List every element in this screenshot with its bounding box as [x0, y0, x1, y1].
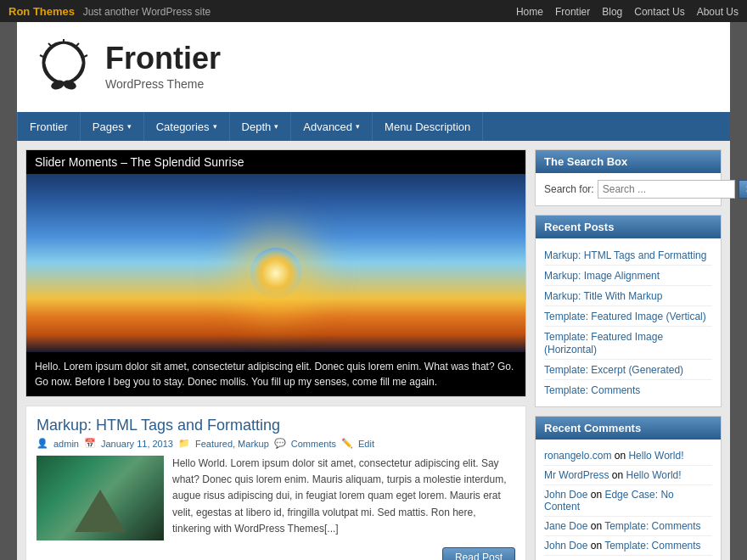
recent-post-link[interactable]: Markup: Image Alignment [544, 270, 660, 282]
list-item: Markup: Image Alignment [544, 266, 712, 286]
comment-post-link[interactable]: Hello World! [628, 450, 683, 462]
recent-post-link[interactable]: Template: Comments [544, 384, 640, 396]
recent-post-link[interactable]: Markup: HTML Tags and Formatting [544, 249, 706, 261]
comment-on-text: on [587, 540, 604, 552]
read-more-button[interactable]: Read Post [442, 547, 515, 560]
top-nav-item-contact-us[interactable]: Contact Us [634, 6, 684, 18]
svg-line-5 [76, 43, 79, 46]
edit-icon: ✏️ [341, 438, 353, 449]
comment-author-link[interactable]: John Doe [544, 489, 587, 501]
top-bar: Ron Themes Just another WordPress site H… [0, 0, 747, 22]
slider-image [26, 174, 525, 352]
svg-line-7 [84, 55, 87, 57]
list-item: Mr WordPress on Hello World! [544, 466, 712, 485]
slider-widget: Slider Moments – The Splendid Sunrise He… [25, 149, 526, 397]
list-item: Markup: Title With Markup [544, 286, 712, 306]
top-nav-item-home[interactable]: Home [516, 6, 543, 18]
svg-line-4 [48, 43, 51, 46]
post-date[interactable]: January 11, 2013 [101, 439, 173, 449]
post-title[interactable]: Markup: HTML Tags and Formatting [37, 417, 515, 434]
comment-on-text: on [587, 520, 604, 532]
list-item: Template: Comments [544, 380, 712, 400]
list-item: Template: Excerpt (Generated) [544, 360, 712, 380]
nav-item-categories[interactable]: Categories ▾ [144, 112, 230, 141]
search-widget: The Search Box Search for: Search [535, 149, 722, 206]
nav-item-depth[interactable]: Depth ▾ [230, 112, 292, 141]
recent-post-link[interactable]: Template: Excerpt (Generated) [544, 364, 683, 376]
comment-author-link[interactable]: ronangelo.com [544, 450, 611, 462]
chevron-down-icon: ▾ [274, 122, 278, 131]
top-bar-left: Ron Themes Just another WordPress site [8, 5, 211, 18]
post-author[interactable]: admin [53, 439, 79, 449]
main-nav: FrontierPages ▾Categories ▾Depth ▾Advanc… [17, 112, 730, 141]
header-text: Frontier WordPress Theme [105, 43, 221, 91]
site-logo-icon [34, 37, 93, 97]
recent-post-link[interactable]: Markup: Title With Markup [544, 290, 662, 302]
site-header: Frontier WordPress Theme [17, 22, 730, 112]
post-excerpt: Hello World. Lorem ipsum dolor sit amet,… [172, 456, 515, 540]
post-edit[interactable]: Edit [358, 439, 374, 449]
nav-item-menu-description[interactable]: Menu Description [373, 112, 483, 141]
search-input[interactable] [598, 180, 735, 199]
chevron-down-icon: ▾ [356, 122, 360, 131]
post-content: Hello World. Lorem ipsum dolor sit amet,… [37, 456, 515, 540]
chevron-down-icon: ▾ [127, 122, 132, 131]
svg-line-6 [40, 55, 43, 57]
header-site-name: Frontier [105, 43, 221, 74]
list-item: John Doe on Template: Comments [544, 556, 712, 560]
post-category[interactable]: Featured, Markup [195, 439, 269, 449]
recent-posts-body: Markup: HTML Tags and FormattingMarkup: … [536, 238, 721, 406]
nav-item-pages[interactable]: Pages ▾ [81, 112, 144, 141]
list-item: ronangelo.com on Hello World! [544, 446, 712, 466]
recent-posts-widget: Recent Posts Markup: HTML Tags and Forma… [535, 215, 722, 407]
top-nav: HomeFrontierBlogContact UsAbout Us [504, 5, 739, 18]
search-label: Search for: [544, 183, 594, 195]
recent-comments-list: ronangelo.com on Hello World!Mr WordPres… [544, 446, 712, 560]
post-title-link[interactable]: Markup: HTML Tags and Formatting [37, 417, 280, 434]
list-item: Jane Doe on Template: Comments [544, 517, 712, 536]
site-title: Ron Themes [8, 5, 75, 18]
comment-on-text: on [609, 469, 626, 481]
category-icon: 📁 [178, 438, 190, 449]
sidebar: The Search Box Search for: Search Recent… [535, 149, 722, 560]
comment-on-text: on [587, 489, 604, 501]
comment-author-link[interactable]: Mr WordPress [544, 469, 609, 481]
top-nav-item-frontier[interactable]: Frontier [555, 6, 590, 18]
tagline: Just another WordPress site [83, 6, 211, 18]
comment-author-link[interactable]: John Doe [544, 540, 587, 552]
top-nav-item-blog[interactable]: Blog [602, 6, 622, 18]
content-area: Slider Moments – The Splendid Sunrise He… [17, 141, 730, 560]
post-thumbnail [37, 456, 164, 540]
search-button[interactable]: Search [739, 180, 747, 199]
page-wrapper: Frontier WordPress Theme FrontierPages ▾… [17, 22, 730, 560]
list-item: Template: Featured Image (Horizontal) [544, 327, 712, 360]
nav-item-frontier[interactable]: Frontier [17, 112, 81, 141]
nav-item-advanced[interactable]: Advanced ▾ [291, 112, 373, 141]
recent-posts-list: Markup: HTML Tags and FormattingMarkup: … [544, 245, 712, 400]
recent-comments-body: ronangelo.com on Hello World!Mr WordPres… [536, 440, 721, 560]
recent-post-link[interactable]: Template: Featured Image (Vertical) [544, 311, 706, 322]
list-item: Markup: HTML Tags and Formatting [544, 245, 712, 266]
header-subtitle: WordPress Theme [105, 77, 221, 91]
top-nav-item-about-us[interactable]: About Us [697, 6, 739, 18]
svg-point-0 [43, 42, 84, 83]
comment-post-link[interactable]: Hello World! [626, 469, 681, 481]
slider-title: Slider Moments – The Splendid Sunrise [26, 150, 525, 174]
comment-author-link[interactable]: Jane Doe [544, 520, 587, 532]
search-row: Search for: Search [544, 180, 712, 199]
date-icon: 📅 [84, 438, 96, 449]
list-item: Template: Featured Image (Vertical) [544, 306, 712, 327]
slider-caption: Hello. Lorem ipsum dolor sit amet, conse… [26, 352, 525, 396]
recent-post-link[interactable]: Template: Featured Image (Horizontal) [544, 331, 663, 356]
comment-on-text: on [611, 450, 628, 462]
recent-posts-title: Recent Posts [536, 216, 721, 238]
main-column: Slider Moments – The Splendid Sunrise He… [25, 149, 526, 560]
chevron-down-icon: ▾ [213, 122, 217, 131]
post-meta: 👤 admin 📅 January 11, 2013 📁 Featured, M… [37, 438, 515, 449]
comment-post-link[interactable]: Template: Comments [604, 520, 700, 532]
author-icon: 👤 [37, 438, 48, 449]
comments-icon: 💬 [274, 438, 286, 449]
read-more-row: Read Post [37, 547, 515, 560]
comment-post-link[interactable]: Template: Comments [604, 540, 700, 552]
post-comments[interactable]: Comments [291, 439, 336, 449]
